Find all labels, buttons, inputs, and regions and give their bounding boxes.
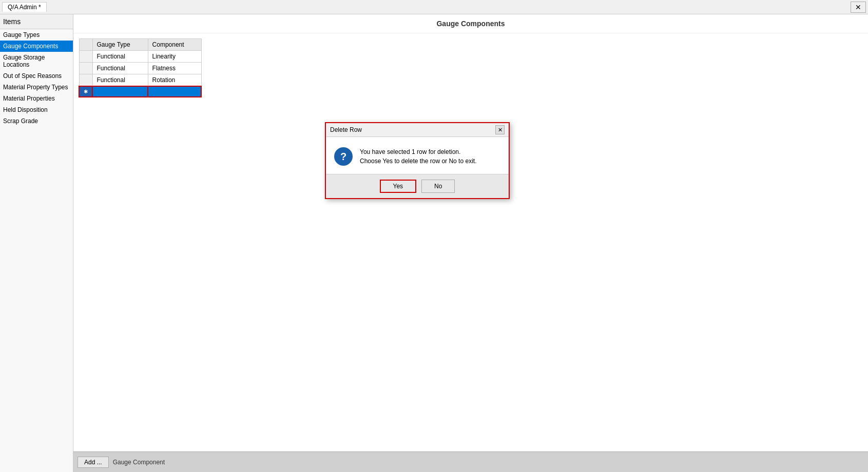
dialog-message: You have selected 1 row for deletion. Ch… [360, 147, 476, 166]
delete-row-dialog: Delete Row ✕ ? You have selected 1 row f… [325, 122, 510, 199]
cell-component: Rotation [148, 74, 201, 87]
col-component: Component [148, 39, 201, 51]
table-row[interactable]: FunctionalRotation [79, 74, 201, 87]
title-bar: Q/A Admin * ✕ [0, 0, 868, 14]
new-row-selector: ✱ [79, 86, 92, 97]
gauge-components-table: Gauge Type Component FunctionalLinearity… [79, 38, 202, 97]
dialog-no-button[interactable]: No [421, 180, 455, 193]
dialog-title: Delete Row [330, 126, 362, 133]
dialog-footer: Yes No [326, 174, 509, 198]
table-row[interactable]: FunctionalFlatness [79, 63, 201, 74]
table-row[interactable]: FunctionalLinearity [79, 51, 201, 63]
sidebar-item-material-properties[interactable]: Material Properties [0, 93, 73, 104]
dialog-yes-button[interactable]: Yes [380, 180, 417, 193]
content-area: Gauge Components Gauge Type Component Fu… [73, 14, 868, 472]
row-selector [79, 74, 92, 87]
sidebar-items-list: Gauge TypesGauge ComponentsGauge Storage… [0, 29, 73, 127]
sidebar-header: Items [0, 14, 73, 29]
main-layout: Items Gauge TypesGauge ComponentsGauge S… [0, 14, 868, 472]
sidebar-item-gauge-components[interactable]: Gauge Components [0, 41, 73, 52]
cell-component: Flatness [148, 63, 201, 74]
content-title: Gauge Components [73, 14, 868, 33]
component-label: Gauge Component [113, 459, 165, 466]
dialog-message-line1: You have selected 1 row for deletion. [360, 147, 476, 156]
sidebar-item-scrap-grade[interactable]: Scrap Grade [0, 115, 73, 127]
row-selector-header [79, 39, 92, 51]
sidebar-item-gauge-storage-locations[interactable]: Gauge Storage Locations [0, 52, 73, 70]
dialog-question-icon: ? [334, 147, 353, 166]
col-gauge-type: Gauge Type [92, 39, 148, 51]
row-selector [79, 63, 92, 74]
cell-component: Linearity [148, 51, 201, 63]
sidebar-item-material-property-types[interactable]: Material Property Types [0, 82, 73, 93]
sidebar: Items Gauge TypesGauge ComponentsGauge S… [0, 14, 73, 472]
new-row-component[interactable] [148, 86, 201, 97]
window-close-button[interactable]: ✕ [851, 2, 866, 13]
cell-gauge-type: Functional [92, 63, 148, 74]
title-tab[interactable]: Q/A Admin * [2, 2, 47, 12]
dialog-title-bar: Delete Row ✕ [326, 123, 509, 137]
table-area: Gauge Type Component FunctionalLinearity… [73, 33, 868, 451]
new-table-row[interactable]: ✱ [79, 86, 201, 97]
dialog-close-button[interactable]: ✕ [495, 125, 505, 134]
sidebar-item-gauge-types[interactable]: Gauge Types [0, 29, 73, 41]
sidebar-item-held-disposition[interactable]: Held Disposition [0, 104, 73, 115]
dialog-message-line2: Choose Yes to delete the row or No to ex… [360, 156, 476, 166]
cell-gauge-type: Functional [92, 74, 148, 87]
row-selector [79, 51, 92, 63]
dialog-body: ? You have selected 1 row for deletion. … [326, 137, 509, 174]
new-row-gauge-type[interactable] [92, 86, 148, 97]
sidebar-item-out-of-spec-reasons[interactable]: Out of Spec Reasons [0, 70, 73, 82]
add-button[interactable]: Add ... [78, 457, 109, 468]
bottom-toolbar: Add ... Gauge Component [73, 451, 868, 472]
cell-gauge-type: Functional [92, 51, 148, 63]
